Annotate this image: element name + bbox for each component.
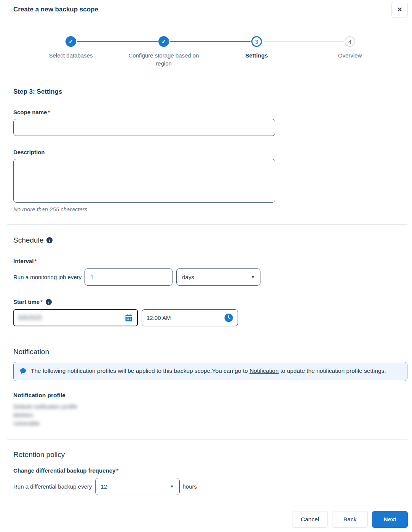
step-3-label: Settings: [215, 51, 299, 59]
description-textarea[interactable]: [13, 159, 275, 203]
start-date-value-redacted: 6/9/2025: [18, 315, 42, 321]
step-heading: Step 3: Settings: [13, 88, 407, 96]
differential-unit-text: hours: [183, 483, 197, 490]
next-button[interactable]: Next: [372, 511, 408, 528]
interval-value-input[interactable]: [85, 268, 172, 286]
start-date-input[interactable]: 6/9/2025: [13, 309, 138, 326]
step-3-circle[interactable]: 3: [251, 36, 262, 47]
required-asterisk: *: [48, 109, 50, 115]
notification-profile-item-redacted: Default notification profile: [13, 403, 77, 411]
info-icon[interactable]: i: [46, 299, 52, 305]
notification-profile-item-redacted: deletion: [13, 411, 34, 419]
divider: [7, 224, 407, 225]
interval-label-text: Interval: [13, 258, 34, 264]
stepper-connector-upcoming: [263, 41, 344, 42]
stepper-connector-completed: [77, 41, 158, 42]
required-asterisk: *: [34, 258, 37, 264]
retention-policy-heading: Retention policy: [13, 450, 407, 459]
banner-text: The following notification profiles will…: [31, 366, 386, 377]
scope-name-input[interactable]: [13, 119, 275, 136]
step-number: 4: [348, 38, 351, 45]
step-2-circle[interactable]: ✓: [158, 36, 169, 47]
differential-prefix-text: Run a differential backup every: [13, 483, 92, 490]
interval-label: Interval*: [13, 257, 407, 265]
notification-profile-label: Notification profile: [13, 392, 407, 399]
chevron-down-icon: ▼: [251, 275, 255, 279]
start-time-value: 12:00 AM: [147, 315, 171, 321]
back-button[interactable]: Back: [332, 511, 368, 528]
start-time-input[interactable]: 12:00 AM: [142, 309, 238, 326]
step-1-circle[interactable]: ✓: [65, 36, 76, 47]
scope-name-label-text: Scope name: [13, 109, 47, 115]
calendar-icon[interactable]: [125, 314, 133, 322]
banner-text-after: to update the notification profile setti…: [279, 367, 386, 374]
notification-link[interactable]: Notification: [249, 367, 279, 374]
required-asterisk: *: [116, 467, 118, 474]
differential-frequency-label-text: Change differential backup frequency: [13, 467, 115, 474]
step-number: 3: [255, 38, 258, 45]
notification-profile-item-redacted: vulnerable: [13, 419, 40, 428]
divider: [7, 439, 407, 440]
check-icon: ✓: [69, 38, 73, 45]
schedule-heading: Schedule i: [13, 236, 407, 245]
differential-frequency-select[interactable]: 12 ▼: [95, 478, 180, 495]
interval-prefix-text: Run a monitoring job every: [13, 274, 81, 280]
differential-frequency-value: 12: [101, 483, 107, 490]
start-time-label: Start time* i: [13, 298, 407, 306]
step-2-label: Configure storage based on region: [122, 51, 206, 67]
step-1-label: Select databases: [29, 51, 113, 59]
interval-unit-value: days: [182, 274, 194, 280]
banner-text-before: The following notification profiles will…: [31, 367, 249, 374]
notification-heading: Notification: [13, 347, 407, 356]
check-icon: ✓: [161, 38, 166, 45]
speech-bubble-icon: [20, 368, 26, 377]
start-time-label-text: Start time*: [13, 298, 43, 306]
notification-info-banner: The following notification profiles will…: [13, 362, 407, 381]
scope-name-label: Scope name*: [13, 109, 407, 116]
step-4-label: Overview: [308, 51, 392, 59]
description-helper-text: No more than 255 characters.: [13, 206, 407, 212]
info-icon[interactable]: i: [46, 237, 53, 243]
stepper-connector-completed: [170, 41, 251, 42]
required-asterisk: *: [40, 299, 43, 305]
notification-profile-list: Default notification profile deletion vu…: [13, 403, 407, 428]
description-label: Description: [13, 149, 407, 156]
wizard-stepper: ✓ ✓ 3 4 Select databases Configure stora…: [0, 0, 412, 76]
interval-unit-select[interactable]: days ▼: [176, 268, 260, 286]
schedule-heading-text: Schedule: [13, 236, 43, 245]
cancel-button[interactable]: Cancel: [292, 511, 328, 528]
footer-actions: Cancel Back Next: [292, 511, 408, 528]
differential-frequency-label: Change differential backup frequency*: [13, 467, 407, 474]
clock-icon[interactable]: [224, 313, 233, 322]
divider: [7, 337, 407, 337]
chevron-down-icon: ▼: [170, 484, 174, 489]
step-4-circle: 4: [345, 36, 355, 47]
